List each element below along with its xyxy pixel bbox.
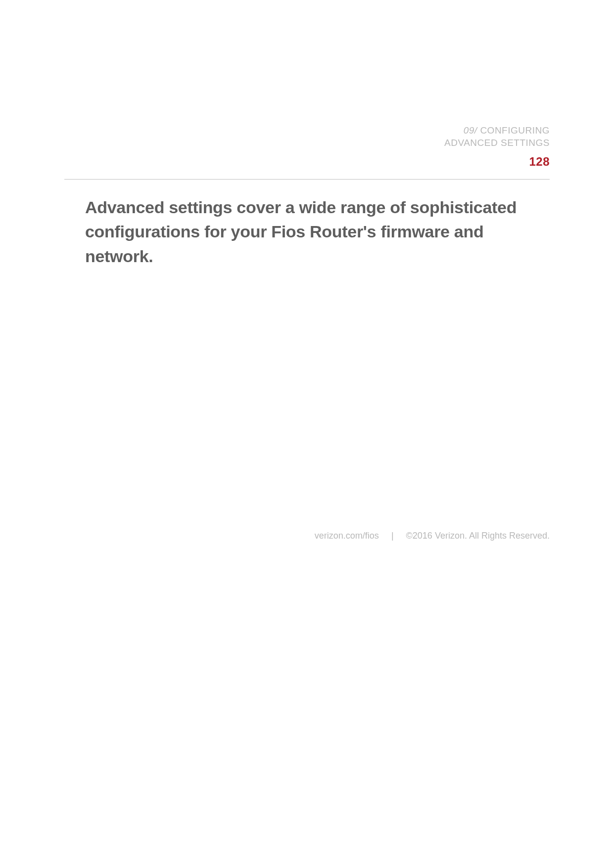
document-page: 09/ CONFIGURING ADVANCED SETTINGS 128 Ad… (0, 0, 614, 868)
chapter-line-1: 09/ CONFIGURING (444, 125, 550, 137)
intro-paragraph: Advanced settings cover a wide range of … (85, 195, 545, 269)
page-header: 09/ CONFIGURING ADVANCED SETTINGS 128 (444, 125, 550, 169)
chapter-title-part2: ADVANCED SETTINGS (444, 137, 550, 148)
chapter-line-2: ADVANCED SETTINGS (444, 137, 550, 149)
footer-copyright: ©2016 Verizon. All Rights Reserved. (406, 531, 550, 541)
page-footer: verizon.com/fios | ©2016 Verizon. All Ri… (315, 531, 550, 541)
footer-separator: | (391, 531, 394, 541)
chapter-title-part1: CONFIGURING (477, 125, 550, 136)
chapter-number: 09/ (464, 125, 477, 136)
header-divider (64, 179, 550, 180)
page-number: 128 (444, 155, 550, 169)
footer-url: verizon.com/fios (315, 531, 379, 541)
